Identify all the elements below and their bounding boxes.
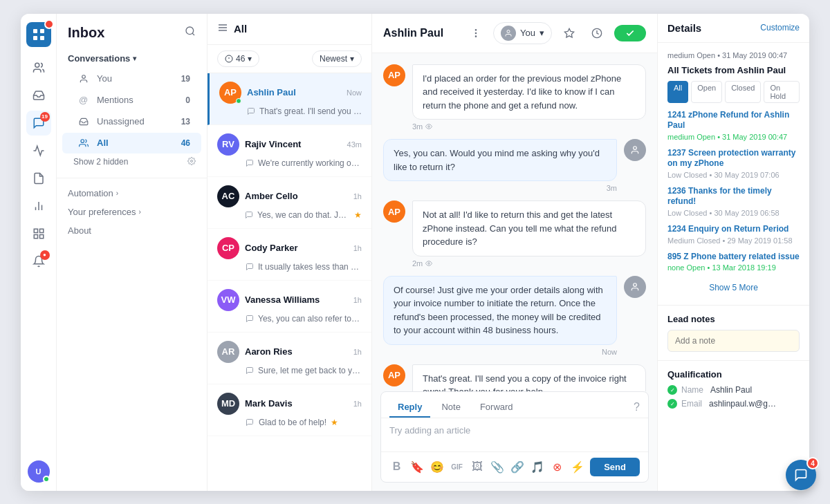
conv-item-name: Amber Cello: [245, 191, 348, 201]
send-button[interactable]: Send: [590, 458, 640, 476]
customer-avatar: AP: [383, 364, 405, 386]
ticket-item: 1234 Enquiry on Return Period Medium Clo…: [667, 224, 800, 245]
customize-link[interactable]: Customize: [760, 23, 800, 32]
message-time: 2m: [412, 259, 423, 268]
clock-btn[interactable]: [587, 23, 607, 44]
conv-item[interactable]: AR Aaron Ries 1h Sure, let me get back t…: [208, 333, 371, 384]
star-icon: ★: [331, 418, 338, 427]
sidebar-item-unassigned[interactable]: Unassigned 13: [62, 111, 201, 132]
warning-icon-btn[interactable]: ⚡: [570, 458, 584, 475]
conv-item[interactable]: MD Mark Davis 1h Glad to be of help! ★: [208, 384, 371, 436]
ticket-title[interactable]: 1234 Enquiry on Return Period: [667, 224, 800, 235]
reply-input-area[interactable]: Try adding an article: [381, 418, 648, 451]
sidebar-preferences-link[interactable]: Your preferences ›: [57, 203, 207, 221]
audio-icon-btn[interactable]: 🎵: [530, 458, 544, 475]
message-meta: 3m: [383, 184, 617, 192]
ticket-filter-tab[interactable]: Open: [691, 81, 722, 103]
ticket-title[interactable]: 895 Z Phone battery related issue: [667, 252, 800, 263]
conv-item-name: Cody Parker: [245, 243, 348, 253]
app-logo[interactable]: [26, 22, 51, 47]
analytics-icon-btn[interactable]: [26, 194, 51, 218]
sidebar-item-all[interactable]: All 46: [62, 133, 201, 153]
qual-item: ✓ Email ashlinpaul.w@gm...: [667, 399, 800, 409]
conv-item[interactable]: AC Amber Cello 1h Yes, we can do that. J…: [208, 177, 371, 229]
all-tickets-title: All Tickets from Ashlin Paul: [667, 65, 800, 75]
conv-time: 1h: [353, 296, 362, 304]
customer-avatar: AP: [383, 64, 405, 86]
conv-item[interactable]: RV Rajiv Vincent 43m We're currently wor…: [208, 125, 371, 177]
bookmark-icon-btn[interactable]: 🔖: [409, 458, 424, 475]
ticket-title[interactable]: 1241 zPhone Refund for Ashlin Paul: [667, 110, 800, 131]
ticket-title[interactable]: 1237 Screen protection warranty on my zP…: [667, 148, 800, 169]
gear-icon[interactable]: [187, 157, 196, 167]
attachment-icon-btn[interactable]: 📎: [490, 458, 504, 475]
online-indicator: [43, 476, 50, 483]
show-hidden-link[interactable]: Show 2 hidden: [57, 154, 207, 169]
sidebar-title: Inbox: [68, 25, 104, 41]
apps-icon-btn[interactable]: [26, 221, 51, 246]
reply-tab-reply[interactable]: Reply: [389, 398, 430, 418]
contacts-icon-btn[interactable]: [26, 55, 51, 80]
details-panel: Details Customize medium Open • 31 May 2…: [657, 14, 809, 491]
note-input[interactable]: [667, 330, 800, 352]
sidebar-item-you[interactable]: You 19: [62, 68, 201, 89]
emoji-icon-btn[interactable]: 😊: [430, 458, 444, 475]
user-avatar[interactable]: U: [28, 460, 50, 483]
notifications-icon-btn[interactable]: ●: [26, 249, 51, 274]
ticket-filter-tab[interactable]: All: [667, 81, 688, 103]
block-icon-btn[interactable]: ⊗: [550, 458, 564, 475]
show-more-button[interactable]: Show 5 More: [667, 279, 800, 297]
conv-avatar: MD: [217, 393, 239, 415]
qual-label: Email: [681, 399, 702, 409]
conversations-icon-btn[interactable]: 19: [26, 111, 51, 136]
ticket-filter-tab[interactable]: Closed: [725, 81, 761, 103]
svg-point-29: [428, 126, 430, 128]
sidebar-item-mentions[interactable]: @ Mentions 0: [62, 90, 201, 111]
ticket-status: Low Closed • 30 May 2019 07:06: [667, 171, 780, 179]
reports-icon-btn[interactable]: [26, 138, 51, 163]
support-chat-bubble[interactable]: 4: [786, 460, 816, 490]
sidebar-about-link[interactable]: About: [57, 221, 207, 240]
link-icon-btn[interactable]: 🔗: [510, 458, 524, 475]
conv-item[interactable]: CP Cody Parker 1h It usually takes less …: [208, 229, 371, 281]
reply-tab-forward[interactable]: Forward: [472, 398, 522, 418]
filter-pill-count[interactable]: 46 ▾: [217, 50, 259, 67]
svg-point-30: [634, 147, 637, 150]
ticket-title[interactable]: 1236 Thanks for the timely refund!: [667, 186, 800, 207]
svg-rect-9: [39, 229, 43, 232]
qual-check-icon: ✓: [667, 385, 677, 395]
unassigned-label: Unassigned: [97, 116, 181, 127]
channel-icon: [245, 210, 253, 220]
docs-icon-btn[interactable]: [26, 166, 51, 191]
message-bubble: Not at all! I'd like to return this and …: [412, 200, 646, 256]
svg-point-15: [81, 139, 84, 142]
conv-time: 1h: [353, 348, 362, 356]
agent-avatar: [501, 26, 516, 41]
resolve-button[interactable]: [614, 25, 646, 41]
bold-icon-btn[interactable]: B: [389, 458, 404, 475]
conv-item[interactable]: AP Ashlin Paul Now That's great. I'll se…: [208, 73, 371, 125]
support-badge: 4: [806, 457, 819, 469]
reply-tab-note[interactable]: Note: [433, 398, 468, 418]
chat-header: Ashlin Paul You ▾: [372, 14, 657, 53]
ticket-filter-tab[interactable]: On Hold: [764, 81, 800, 103]
agent-selector[interactable]: You ▾: [493, 22, 552, 44]
svg-rect-0: [33, 29, 37, 33]
inbox-icon-btn[interactable]: [26, 83, 51, 108]
star-btn[interactable]: [559, 23, 580, 44]
conv-time: Now: [347, 88, 362, 97]
sidebar-automation-link[interactable]: Automation ›: [57, 184, 207, 203]
gif-icon-btn[interactable]: GIF: [450, 458, 464, 475]
chat-header-actions: You ▾: [465, 22, 646, 44]
chat-contact-name: Ashlin Paul: [383, 27, 457, 39]
msg-row-wrapper: Yes, you can. Would you mind me asking w…: [383, 139, 646, 192]
conv-item[interactable]: VW Vanessa Williams 1h Yes, you can also…: [208, 281, 371, 333]
conv-item-name: Ashlin Paul: [247, 87, 341, 97]
help-icon[interactable]: ?: [634, 401, 640, 413]
conversations-section-label[interactable]: Conversations ▾: [57, 49, 207, 68]
hamburger-icon[interactable]: [217, 22, 228, 36]
sort-pill[interactable]: Newest ▾: [312, 50, 362, 67]
more-icon-btn[interactable]: [465, 23, 486, 44]
image-icon-btn[interactable]: 🖼: [470, 458, 484, 475]
search-icon[interactable]: [185, 26, 196, 39]
